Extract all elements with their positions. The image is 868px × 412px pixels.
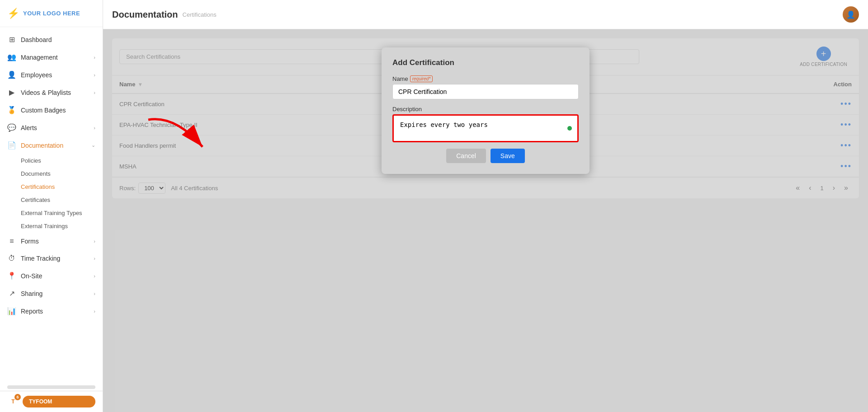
chevron-right-icon: › xyxy=(94,72,95,78)
sidebar-item-on-site[interactable]: 📍 On-Site › xyxy=(0,267,103,285)
avatar[interactable]: 👤 xyxy=(843,6,859,23)
sidebar-item-forms[interactable]: ≡ Forms › xyxy=(0,233,103,250)
sidebar-subitem-external-training-types[interactable]: External Training Types xyxy=(0,206,103,220)
description-input[interactable] xyxy=(395,117,576,140)
sidebar-item-label: Management xyxy=(21,54,89,61)
input-indicator-dot xyxy=(567,126,572,131)
chevron-right-icon: › xyxy=(94,309,95,314)
sidebar-item-label: Alerts xyxy=(21,124,89,131)
alerts-icon: 💬 xyxy=(7,123,16,132)
save-button[interactable]: Save xyxy=(491,149,525,163)
sidebar-item-custom-badges[interactable]: 🏅 Custom Badges xyxy=(0,101,103,119)
logo-text: YOUR LOGO HERE xyxy=(23,10,80,17)
name-label: Name required* xyxy=(392,75,579,82)
chevron-right-icon: › xyxy=(94,256,95,261)
description-form-group: Description xyxy=(392,106,579,142)
required-badge: required* xyxy=(410,75,433,82)
modal-title: Add Certification xyxy=(392,58,579,67)
tyfoom-icon: T 6 xyxy=(7,396,19,407)
chevron-right-icon: › xyxy=(94,90,95,95)
reports-icon: 📊 xyxy=(7,307,16,315)
chevron-right-icon: › xyxy=(94,291,95,296)
sidebar-item-label: Dashboard xyxy=(21,36,95,43)
sidebar-subitem-external-trainings[interactable]: External Trainings xyxy=(0,220,103,233)
sidebar-item-label: Documentation xyxy=(21,142,87,149)
page-title: Documentation xyxy=(112,9,178,20)
sidebar-subitem-policies[interactable]: Policies xyxy=(0,154,103,167)
sidebar-item-management[interactable]: 👥 Management › xyxy=(0,48,103,66)
employees-icon: 👤 xyxy=(7,70,16,79)
description-label: Description xyxy=(392,106,579,112)
name-input[interactable] xyxy=(392,84,579,99)
chevron-right-icon: › xyxy=(94,239,95,244)
tyfoom-label: TYFOOM xyxy=(29,398,52,405)
chevron-right-icon: › xyxy=(94,55,95,60)
sharing-icon: ↗ xyxy=(7,289,16,298)
logo-area[interactable]: ⚡ YOUR LOGO HERE xyxy=(0,0,103,27)
modal-actions: Cancel Save xyxy=(392,149,579,163)
page-header: Documentation Certifications 👤 xyxy=(103,0,868,29)
sidebar-item-label: Employees xyxy=(21,71,89,79)
sidebar-item-label: Reports xyxy=(21,308,89,315)
header-title-area: Documentation Certifications xyxy=(112,9,217,20)
documentation-icon: 📄 xyxy=(7,141,16,150)
time-tracking-icon: ⏱ xyxy=(7,254,16,262)
sidebar-item-reports[interactable]: 📊 Reports › xyxy=(0,302,103,320)
sidebar-bottom: T 6 TYFOOM xyxy=(0,391,103,412)
logo-icon: ⚡ xyxy=(7,8,19,19)
forms-icon: ≡ xyxy=(7,237,16,245)
on-site-icon: 📍 xyxy=(7,272,16,280)
sidebar: ⚡ YOUR LOGO HERE ⊞ Dashboard 👥 Managemen… xyxy=(0,0,103,412)
sidebar-subitem-certifications[interactable]: Certifications xyxy=(0,180,103,193)
cancel-button[interactable]: Cancel xyxy=(446,149,486,163)
sidebar-item-label: Forms xyxy=(21,238,89,245)
sidebar-item-documentation[interactable]: 📄 Documentation ⌄ xyxy=(0,136,103,154)
sidebar-item-sharing[interactable]: ↗ Sharing › xyxy=(0,285,103,302)
videos-icon: ▶ xyxy=(7,88,16,97)
sidebar-item-videos[interactable]: ▶ Videos & Playlists › xyxy=(0,84,103,101)
description-input-wrapper xyxy=(392,114,579,142)
tyfoom-notification-badge: 6 xyxy=(14,394,21,400)
chevron-down-icon: ⌄ xyxy=(91,142,95,148)
main-content: Documentation Certifications 👤 + ADD CER… xyxy=(103,0,868,412)
annotation-arrow xyxy=(139,111,230,167)
breadcrumb: Certifications xyxy=(183,11,217,18)
chevron-right-icon: › xyxy=(94,125,95,131)
name-form-group: Name required* xyxy=(392,75,579,99)
badges-icon: 🏅 xyxy=(7,106,16,114)
sidebar-item-dashboard[interactable]: ⊞ Dashboard xyxy=(0,31,103,48)
modal-overlay: Add Certification Name required* Descrip… xyxy=(103,29,868,412)
sidebar-nav: ⊞ Dashboard 👥 Management › 👤 Employees ›… xyxy=(0,27,103,385)
sidebar-subitem-certificates[interactable]: Certificates xyxy=(0,193,103,206)
dashboard-icon: ⊞ xyxy=(7,35,16,44)
sidebar-item-time-tracking[interactable]: ⏱ Time Tracking › xyxy=(0,250,103,267)
sidebar-item-label: Custom Badges xyxy=(21,107,95,114)
content-area: + ADD CERTIFICATION Name ▾ Description A… xyxy=(103,29,868,412)
description-inner xyxy=(395,117,576,140)
add-certification-modal: Add Certification Name required* Descrip… xyxy=(382,47,590,174)
tyfoom-button[interactable]: TYFOOM xyxy=(23,396,95,407)
sidebar-item-label: On-Site xyxy=(21,272,89,280)
sidebar-item-label: Time Tracking xyxy=(21,255,89,262)
sidebar-item-label: Sharing xyxy=(21,290,89,297)
sidebar-item-label: Videos & Playlists xyxy=(21,89,89,96)
sidebar-item-employees[interactable]: 👤 Employees › xyxy=(0,66,103,84)
chevron-right-icon: › xyxy=(94,273,95,279)
management-icon: 👥 xyxy=(7,53,16,61)
sidebar-item-alerts[interactable]: 💬 Alerts › xyxy=(0,119,103,136)
sidebar-scroll-indicator xyxy=(7,385,95,389)
sidebar-subitem-documents[interactable]: Documents xyxy=(0,167,103,180)
